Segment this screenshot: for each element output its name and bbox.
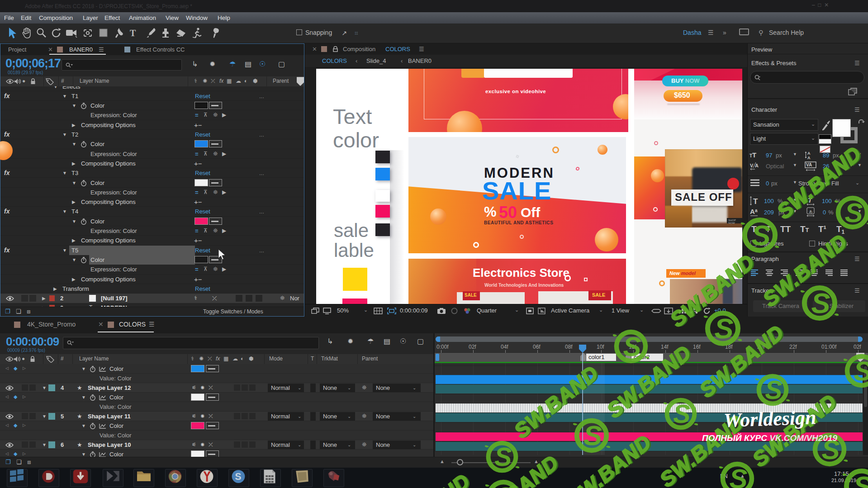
svg-text:A: A <box>807 151 811 156</box>
svg-text:V: V <box>750 163 754 168</box>
svg-text:VA: VA <box>806 162 812 167</box>
svg-text:S: S <box>235 471 242 482</box>
svg-text:T: T <box>753 197 758 206</box>
svg-text:T: T <box>808 196 813 204</box>
svg-text:a: a <box>755 208 758 213</box>
svg-text:ぁ: ぁ <box>808 208 813 213</box>
svg-text:A: A <box>807 156 811 160</box>
svg-text:A: A <box>755 163 759 168</box>
svg-text:A: A <box>750 208 755 215</box>
